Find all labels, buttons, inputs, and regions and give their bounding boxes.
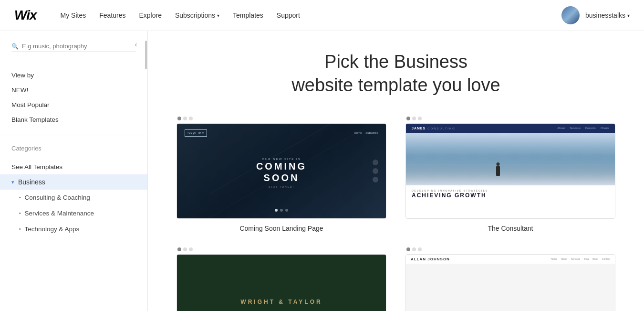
page-title: Pick the Business website template you l… — [177, 50, 615, 97]
template-card-wright[interactable]: WRIGHT & TAYLOR Wright & Taylor — [177, 247, 386, 311]
thumb-logo-bar: SkyLine Home Subscribe — [177, 129, 386, 137]
dot-2 — [412, 117, 416, 120]
template-thumbnail-allan: ALLAN JOHNSON Home About Services Blog S… — [405, 254, 615, 311]
thumb-nav-items: Home Subscribe — [354, 131, 378, 134]
sidebar-item-new[interactable]: NEW! — [11, 83, 136, 97]
social-icons — [373, 160, 378, 182]
decorative-lines — [177, 124, 386, 218]
categories-section: Categories — [0, 139, 147, 160]
template-thumbnail-wright: WRIGHT & TAYLOR — [177, 254, 386, 311]
social-icon-1 — [373, 160, 378, 165]
search-icon-wrap — [11, 41, 136, 52]
template-card-consultant[interactable]: JAMES CONSULTING About Services Projects… — [405, 117, 615, 232]
template-name-coming-soon: Coming Soon Landing Page — [177, 225, 386, 232]
template-card-allan[interactable]: ALLAN JOHNSON Home About Services Blog S… — [405, 247, 615, 311]
thumb-figure — [496, 166, 500, 176]
scrollbar-thumb — [145, 41, 147, 69]
thumb-consultant-nav-items: About Services Projects Clients — [557, 127, 609, 129]
dot-3 — [418, 117, 422, 120]
thumb-hero-text: DEVELOPING INNOVATIVE STRATEGIES ACHIEVI… — [406, 185, 615, 203]
thumb-hero-main: ACHIEVING GROWTH — [412, 192, 609, 199]
thumb-allan-bg: ALLAN JOHNSON Home About Services Blog S… — [406, 255, 615, 311]
thumb-allan-brand: ALLAN JOHNSON — [411, 257, 450, 261]
dot-1 — [406, 247, 410, 251]
nav-link-mysites[interactable]: My Sites — [61, 11, 86, 19]
template-name-consultant: The Consultant — [405, 225, 615, 232]
sidebar-item-business[interactable]: ▾ Business — [0, 174, 147, 190]
sidebar-search-section — [0, 31, 147, 60]
categories-label: Categories — [11, 143, 136, 156]
nav-link-templates[interactable]: Templates — [233, 11, 263, 19]
view-by-label: View by — [11, 68, 136, 83]
dot-3 — [189, 117, 193, 120]
thumb-consultant-hero — [406, 133, 615, 185]
business-chevron-icon: ▾ — [11, 179, 14, 185]
dot-1 — [177, 117, 181, 120]
thumb-allan-nav: ALLAN JOHNSON Home About Services Blog S… — [406, 255, 615, 264]
sidebar-item-most-popular[interactable]: Most Popular — [11, 97, 136, 112]
nav-links: My Sites Features Explore Subscriptions … — [61, 11, 547, 19]
nav-link-explore[interactable]: Explore — [139, 11, 161, 19]
dot-2 — [412, 247, 416, 251]
sidebar-item-blank-templates[interactable]: Blank Templates — [11, 112, 136, 127]
thumb-logo-text: SkyLine — [185, 129, 207, 137]
social-icon-3 — [373, 177, 378, 182]
username-dropdown[interactable]: businesstalks — [585, 11, 630, 19]
nav-right: businesstalks — [561, 6, 630, 24]
sidebar-sub-item-consulting[interactable]: Consulting & Coaching — [0, 190, 147, 205]
thumb-brand-sub: CONSULTING — [427, 127, 456, 130]
top-navigation: Wix My Sites Features Explore Subscripti… — [0, 0, 644, 31]
dot-1 — [406, 117, 410, 120]
main-layout: ‹ View by NEW! Most Popular Blank Templa… — [0, 31, 644, 311]
template-thumbnail-coming-soon: SkyLine Home Subscribe OUR NEW SITE IS C… — [177, 123, 386, 219]
thumb-consultant-bg: JAMES CONSULTING About Services Projects… — [406, 124, 615, 218]
template-thumbnail-consultant: JAMES CONSULTING About Services Projects… — [405, 123, 615, 219]
card-dots-allan — [405, 247, 615, 251]
thumb-coming-soon-bg: SkyLine Home Subscribe OUR NEW SITE IS C… — [177, 124, 386, 218]
social-icon-2 — [373, 168, 378, 174]
sidebar-scrollbar — [145, 31, 147, 311]
sidebar-divider — [0, 135, 147, 135]
avatar[interactable] — [561, 6, 580, 24]
thumb-dot-3 — [285, 209, 288, 212]
dot-3 — [418, 247, 422, 251]
see-all-templates-link[interactable]: See All Templates — [0, 160, 147, 174]
view-by-section: View by NEW! Most Popular Blank Template… — [0, 60, 147, 131]
sidebar-sub-item-technology[interactable]: Technology & Apps — [0, 221, 147, 237]
business-label: Business — [18, 178, 45, 186]
dot-3 — [189, 247, 193, 251]
card-dots-consultant — [405, 117, 615, 120]
thumb-bottom-dots — [275, 209, 288, 212]
nav-link-subscriptions[interactable]: Subscriptions — [175, 11, 219, 19]
dot-1 — [177, 247, 181, 251]
sidebar: ‹ View by NEW! Most Popular Blank Templa… — [0, 31, 148, 311]
thumb-dot-1 — [275, 209, 278, 212]
search-input[interactable] — [11, 41, 136, 52]
sidebar-sub-item-services[interactable]: Services & Maintenance — [0, 205, 147, 221]
template-card-coming-soon[interactable]: SkyLine Home Subscribe OUR NEW SITE IS C… — [177, 117, 386, 232]
dot-2 — [183, 117, 187, 120]
templates-grid: SkyLine Home Subscribe OUR NEW SITE IS C… — [177, 117, 615, 311]
thumb-allan-links: Home About Services Blog Shop Contact — [551, 257, 610, 260]
nav-link-support[interactable]: Support — [277, 11, 300, 19]
thumb-brand-name: JAMES — [412, 127, 426, 130]
content-area: Pick the Business website template you l… — [148, 31, 644, 311]
dot-2 — [183, 247, 187, 251]
thumb-consultant-nav: JAMES CONSULTING About Services Projects… — [406, 124, 615, 133]
thumb-wright-text: WRIGHT & TAYLOR — [240, 299, 322, 305]
card-dots — [177, 117, 386, 120]
thumb-consultant-brand: JAMES CONSULTING — [412, 127, 456, 130]
thumb-wright-bg: WRIGHT & TAYLOR — [177, 255, 386, 311]
nav-link-features[interactable]: Features — [99, 11, 125, 19]
thumb-dot-2 — [280, 209, 283, 212]
page-heading: Pick the Business website template you l… — [177, 50, 615, 97]
card-dots-wright — [177, 247, 386, 251]
wix-logo[interactable]: Wix — [14, 8, 37, 23]
